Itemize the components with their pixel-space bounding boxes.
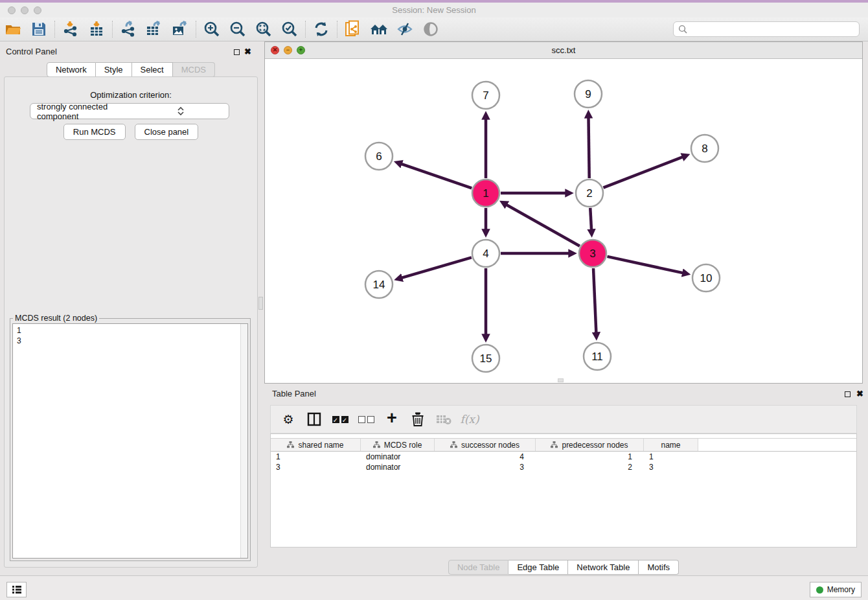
zoom-out-button[interactable] <box>225 19 251 40</box>
search-field[interactable] <box>673 21 860 37</box>
result-scrollbar[interactable] <box>240 324 247 558</box>
select-all-columns-button[interactable]: ✓✓ <box>330 410 350 429</box>
zoom-fit-button[interactable] <box>251 19 277 40</box>
tab-network-table[interactable]: Network Table <box>568 560 639 575</box>
network-canvas[interactable]: 7968124314101511 <box>265 59 862 383</box>
graph-node-label: 7 <box>483 89 488 102</box>
tab-select[interactable]: Select <box>132 62 173 77</box>
graph-edges <box>402 118 683 334</box>
application-window: Session: New Session <box>0 0 868 600</box>
tab-edge-table[interactable]: Edge Table <box>508 560 568 575</box>
main-toolbar <box>0 17 868 41</box>
table-cell[interactable]: 1 <box>536 452 644 462</box>
table-cell[interactable]: dominator <box>361 452 435 462</box>
toolbar-separator <box>337 21 337 38</box>
table-cell[interactable]: 3 <box>435 462 536 472</box>
run-mcds-button[interactable]: Run MCDS <box>63 124 126 140</box>
new-network-from-selection-button[interactable] <box>340 19 366 40</box>
first-neighbors-button[interactable] <box>366 19 392 40</box>
export-network-button[interactable] <box>115 19 141 40</box>
checked-boxes-icon: ✓✓ <box>332 416 348 423</box>
column-header-label: name <box>661 441 680 450</box>
vertical-splitter-grip[interactable] <box>258 297 263 310</box>
tab-motifs[interactable]: Motifs <box>639 560 679 575</box>
save-session-button[interactable] <box>26 19 52 40</box>
graph-edge[interactable] <box>603 157 682 187</box>
table-cell[interactable]: 2 <box>536 462 644 472</box>
graph-node-label: 11 <box>591 351 603 363</box>
open-file-button[interactable] <box>0 19 26 40</box>
export-image-icon <box>171 21 189 38</box>
graph-edge[interactable] <box>590 208 591 229</box>
fx-icon: f(x) <box>460 413 479 426</box>
float-table-panel-icon[interactable] <box>845 391 851 397</box>
close-table-panel-icon[interactable]: ✖ <box>856 389 863 398</box>
column-header-label: successor nodes <box>461 441 520 450</box>
column-header[interactable]: MCDS role <box>361 439 435 451</box>
mcds-result-textarea[interactable]: 1 3 <box>12 323 248 559</box>
column-header[interactable]: successor nodes <box>435 439 536 451</box>
tab-mcds[interactable]: MCDS <box>173 62 215 77</box>
zoom-out-icon <box>229 21 246 38</box>
table-cell[interactable]: 3 <box>644 462 698 472</box>
memory-button[interactable]: Memory <box>810 582 862 597</box>
list-icon <box>12 585 22 594</box>
export-image-button[interactable] <box>167 19 193 40</box>
tree-icon <box>373 441 380 448</box>
table-row[interactable]: 3dominator323 <box>271 462 856 472</box>
table-cell[interactable]: 4 <box>435 452 536 462</box>
graph-edge[interactable] <box>402 257 472 277</box>
tab-network[interactable]: Network <box>47 62 96 77</box>
network-window-titlebar: ✕ − + scc.txt <box>265 42 862 59</box>
tree-icon <box>551 441 558 448</box>
table-panel-title: Table Panel <box>272 389 316 398</box>
tab-node-table[interactable]: Node Table <box>448 560 509 575</box>
graph-edge[interactable] <box>588 118 589 178</box>
graph-edge[interactable] <box>593 268 596 332</box>
apply-layout-button[interactable] <box>308 19 334 40</box>
network-view-window: ✕ − + scc.txt 7968124314101511 <box>264 41 863 384</box>
table-cell[interactable]: 3 <box>271 462 361 472</box>
memory-label: Memory <box>827 585 855 594</box>
delete-table-icon <box>436 413 451 425</box>
column-header[interactable]: name <box>644 439 698 451</box>
add-column-button[interactable]: + <box>382 410 402 429</box>
table-cell[interactable]: dominator <box>361 462 435 472</box>
import-table-button[interactable] <box>84 19 109 40</box>
export-table-icon <box>145 21 163 38</box>
graph-edge[interactable] <box>507 205 580 246</box>
table-cell[interactable]: 1 <box>271 452 361 462</box>
memory-status-icon <box>816 586 823 594</box>
unselect-all-columns-button[interactable] <box>356 410 376 429</box>
search-input[interactable] <box>687 22 859 36</box>
float-panel-icon[interactable] <box>234 49 240 55</box>
hide-selected-button[interactable] <box>392 19 418 40</box>
graph-node-label: 6 <box>376 150 382 163</box>
import-network-button[interactable] <box>58 19 84 40</box>
show-panels-button[interactable] <box>6 582 27 597</box>
table-row[interactable]: 1dominator411 <box>271 452 856 462</box>
zoom-in-button[interactable] <box>199 19 225 40</box>
delete-column-button[interactable] <box>408 410 428 429</box>
show-all-button[interactable] <box>418 19 444 40</box>
table-settings-button[interactable]: ⚙ <box>279 410 298 429</box>
export-table-button[interactable] <box>141 19 167 40</box>
table-cell[interactable]: 1 <box>644 452 698 462</box>
delete-table-button[interactable] <box>434 410 453 429</box>
tab-style[interactable]: Style <box>96 62 132 77</box>
eye-icon <box>422 21 439 37</box>
close-panel-icon[interactable]: ✖ <box>244 47 251 56</box>
graph-edge[interactable] <box>607 257 682 273</box>
criterion-dropdown[interactable]: strongly connected component <box>30 103 229 119</box>
graph-edge[interactable] <box>402 164 472 188</box>
zoom-selected-button[interactable] <box>277 19 303 40</box>
column-header[interactable]: shared name <box>271 439 361 451</box>
toolbar-separator <box>305 21 306 38</box>
function-builder-button[interactable]: f(x) <box>460 410 479 429</box>
canvas-splitter-grip[interactable] <box>558 378 564 382</box>
show-columns-button[interactable] <box>304 410 324 429</box>
close-panel-button[interactable]: Close panel <box>135 124 199 140</box>
mcds-result-lines: 1 3 <box>13 324 247 346</box>
graph-node-label: 15 <box>480 352 492 365</box>
column-header[interactable]: predecessor nodes <box>536 439 644 451</box>
